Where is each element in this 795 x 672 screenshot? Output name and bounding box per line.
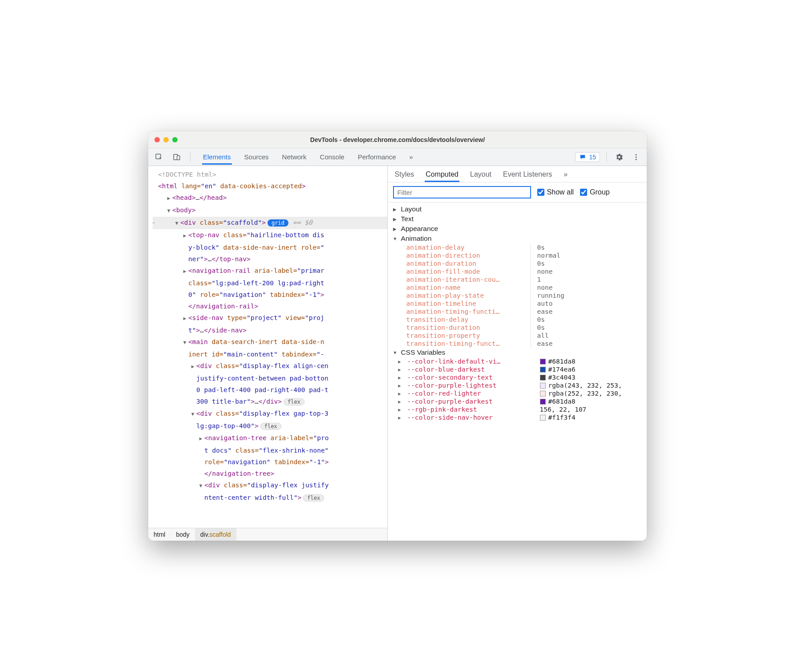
tabs-overflow-icon[interactable]: » [409, 150, 414, 165]
panel-tabs: Elements Sources Network Console Perform… [202, 150, 414, 165]
computed-property[interactable]: transition-propertyall [393, 332, 641, 340]
tab-styles[interactable]: Styles [394, 170, 415, 182]
css-variable-row[interactable]: ▶--color-secondary-text#3c4043 [393, 373, 641, 381]
dom-navigation-rail[interactable]: ▶<navigation-rail aria-label="primarclas… [153, 265, 387, 312]
window-title: DevTools - developer.chrome.com/docs/dev… [148, 136, 647, 143]
variable-name: --color-side-nav-hover [407, 414, 536, 421]
computed-property[interactable]: animation-timelineauto [393, 300, 641, 308]
crumb-scaffold[interactable]: div.scaffold [195, 528, 236, 541]
expand-icon[interactable]: ▶ [398, 415, 404, 420]
computed-property[interactable]: transition-delay0s [393, 316, 641, 324]
inspect-element-icon[interactable] [153, 151, 165, 163]
titlebar: DevTools - developer.chrome.com/docs/dev… [148, 131, 647, 148]
close-window-icon[interactable] [154, 137, 160, 142]
color-swatch-icon [540, 375, 546, 381]
dom-html-open[interactable]: <html lang="en" data-cookies-accepted> [153, 180, 387, 192]
computed-filter-row: Show all Group [388, 182, 647, 202]
computed-property[interactable]: animation-duration0s [393, 259, 641, 267]
expand-icon[interactable]: ▶ [398, 367, 404, 372]
expand-icon[interactable]: ▶ [398, 359, 404, 364]
minimize-window-icon[interactable] [163, 137, 169, 142]
computed-panel[interactable]: ▶Layout ▶Text ▶Appearance ▼Animation ani… [388, 202, 647, 541]
css-variable-row[interactable]: ▶--color-red-lighterrgba(252, 232, 230, [393, 389, 641, 397]
tab-computed[interactable]: Computed [425, 170, 459, 182]
dom-tree[interactable]: <!DOCTYPE html> <html lang="en" data-coo… [148, 166, 387, 528]
property-value: 1 [531, 276, 541, 283]
computed-property[interactable]: transition-duration0s [393, 324, 641, 332]
issues-badge[interactable]: 15 [575, 152, 600, 162]
variable-value: #174ea6 [540, 366, 576, 373]
dom-div-center[interactable]: ▼<div class="display-flex justifyntent-c… [153, 479, 387, 504]
dom-top-nav[interactable]: ▶<top-nav class="hairline-bottom disy-bl… [153, 229, 387, 265]
settings-icon[interactable] [613, 151, 625, 163]
crumb-body[interactable]: body [170, 528, 195, 541]
computed-property[interactable]: transition-timing-funct…ease [393, 340, 641, 348]
dom-side-nav[interactable]: ▶<side-nav type="project" view="projt">…… [153, 312, 387, 336]
section-layout[interactable]: ▶Layout [393, 204, 641, 214]
svg-point-3 [636, 154, 637, 155]
css-variable-row[interactable]: ▶--color-side-nav-hover#f1f3f4 [393, 413, 641, 421]
computed-property[interactable]: animation-timing-functi…ease [393, 308, 641, 316]
issues-icon [579, 154, 586, 160]
expand-icon[interactable]: ▶ [398, 375, 404, 380]
css-variable-row[interactable]: ▶--color-blue-darkest#174ea6 [393, 365, 641, 373]
section-css-variables[interactable]: ▼CSS Variables [393, 348, 641, 357]
svg-point-5 [636, 158, 637, 160]
crumb-html[interactable]: html [148, 528, 170, 541]
dom-main[interactable]: ▼<main data-search-inert data-side-niner… [153, 336, 387, 360]
dollar-zero: == $0 [293, 219, 312, 226]
css-variable-row[interactable]: ▶--rgb-pink-darkest156, 22, 107 [393, 405, 641, 413]
kebab-menu-icon[interactable] [630, 151, 642, 163]
tab-layout[interactable]: Layout [469, 170, 492, 182]
tab-sources[interactable]: Sources [243, 150, 270, 165]
flex-badge[interactable]: flex [303, 494, 324, 502]
issues-count: 15 [589, 154, 596, 161]
property-value: all [531, 332, 549, 339]
section-animation[interactable]: ▼Animation [393, 234, 641, 243]
computed-property[interactable]: animation-play-staterunning [393, 291, 641, 300]
tab-network[interactable]: Network [281, 150, 308, 165]
computed-property[interactable]: animation-directionnormal [393, 251, 641, 259]
css-variable-row[interactable]: ▶--color-link-default-vi…#681da8 [393, 357, 641, 365]
variable-value: #3c4043 [540, 374, 576, 381]
dom-body[interactable]: ▼<body> [153, 204, 387, 217]
flex-badge[interactable]: flex [284, 398, 304, 405]
tab-event-listeners[interactable]: Event Listeners [502, 170, 553, 182]
section-text[interactable]: ▶Text [393, 214, 641, 224]
group-checkbox[interactable]: Group [580, 188, 609, 196]
expand-icon[interactable]: ▶ [398, 391, 404, 396]
grid-badge[interactable]: grid [268, 219, 288, 227]
property-value: ease [531, 340, 553, 347]
expand-icon[interactable]: ▶ [398, 399, 404, 404]
show-all-checkbox[interactable]: Show all [537, 188, 574, 196]
variable-value: rgba(243, 232, 253, [540, 382, 622, 389]
computed-property[interactable]: animation-fill-modenone [393, 267, 641, 275]
maximize-window-icon[interactable] [172, 137, 178, 142]
computed-property[interactable]: animation-delay0s [393, 243, 641, 251]
property-value: none [531, 268, 553, 275]
computed-property[interactable]: animation-iteration-cou…1 [393, 275, 641, 283]
flex-badge[interactable]: flex [260, 423, 281, 430]
property-value: none [531, 284, 553, 291]
dom-doctype[interactable]: <!DOCTYPE html> [153, 169, 387, 180]
expand-icon[interactable]: ▶ [398, 407, 404, 412]
device-toolbar-icon[interactable] [170, 151, 183, 163]
filter-input[interactable] [393, 186, 531, 198]
dom-div-titlebar[interactable]: ▶<div class="display-flex align-cenjusti… [153, 360, 387, 408]
css-variable-row[interactable]: ▶--color-purple-lightestrgba(243, 232, 2… [393, 381, 641, 389]
dom-head[interactable]: ▶<head>…</head> [153, 192, 387, 204]
dom-scaffold-selected[interactable]: ▼<div class="scaffold">grid== $0 [153, 217, 387, 229]
dom-div-gap[interactable]: ▼<div class="display-flex gap-top-3lg:ga… [153, 408, 387, 432]
expand-icon[interactable]: ▶ [398, 383, 404, 388]
styles-sidebar: Styles Computed Layout Event Listeners »… [388, 166, 647, 541]
css-variable-row[interactable]: ▶--color-purple-darkest#681da8 [393, 397, 641, 405]
variable-value: #681da8 [540, 358, 576, 365]
tab-elements[interactable]: Elements [202, 150, 232, 165]
tab-console[interactable]: Console [319, 150, 345, 165]
dom-navigation-tree[interactable]: ▶<navigation-tree aria-label="prot docs"… [153, 432, 387, 479]
sidebar-tabs-overflow-icon[interactable]: » [563, 170, 568, 182]
tab-performance[interactable]: Performance [357, 150, 397, 165]
variable-value: 156, 22, 107 [540, 406, 587, 413]
computed-property[interactable]: animation-namenone [393, 283, 641, 291]
section-appearance[interactable]: ▶Appearance [393, 224, 641, 234]
